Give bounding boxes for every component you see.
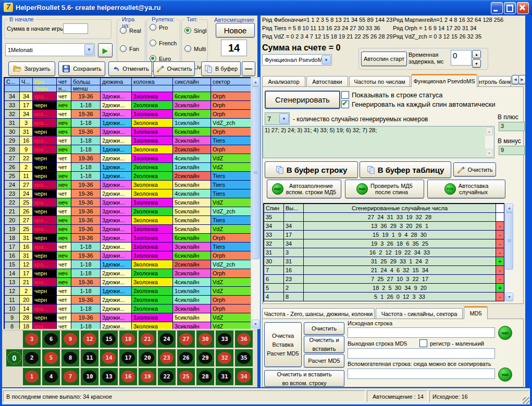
board-cell-14[interactable]: 14 [100, 349, 118, 366]
generate-button[interactable]: Сгенерировать [265, 91, 340, 109]
history-header-cell[interactable]: Черн [33, 85, 57, 92]
history-header-cell[interactable]: н... [57, 85, 71, 92]
board-cell-31[interactable]: 31 [216, 368, 233, 385]
spins-row[interactable]: 323419 3 26 18 6 35 25- [264, 239, 504, 248]
history-row[interactable]: 2126чернчет19-363дюжи...2колонка5сиклайн… [5, 207, 251, 216]
history-row[interactable]: 3434кра...чет19-363дюжи...1колонка6сикла… [5, 92, 251, 101]
history-scrollbar[interactable]: ▲ ▼ [251, 77, 260, 329]
checkbox-icon[interactable] [419, 339, 427, 347]
history-row[interactable]: 122чернчет1-181дюжи...2колонка1сиклайнVd… [5, 287, 251, 296]
history-row[interactable]: 2916кра...чет1-182дюжи...1колонка3сиклай… [5, 136, 251, 145]
board-cell-8[interactable]: 8 [61, 349, 79, 366]
radio-icon[interactable] [120, 45, 127, 52]
history-row[interactable]: 818кра...чет1-182дюжи...3колонка3сиклайн… [5, 322, 251, 330]
radio-icon[interactable] [184, 27, 191, 34]
board-cell-22[interactable]: 22 [158, 368, 176, 385]
radio-icon[interactable] [150, 24, 156, 31]
history-row[interactable]: 1831черннеч19-363дюжи...1колонка6сиклайн… [5, 234, 251, 243]
spins-row[interactable]: 485 1 26 0 12 3 33- [264, 293, 504, 301]
autobet-random-button[interactable]: ГСЧ Автоставкаслучайных [427, 180, 505, 198]
history-row[interactable]: 2324чернчет19-362дюжи...3колонка4сиклайн… [5, 189, 251, 198]
chevron-down-icon[interactable]: ▼ [321, 55, 331, 65]
close-button[interactable] [517, 2, 529, 14]
history-row[interactable]: 928чернчет19-363дюжи...1колонка5сиклайнV… [5, 313, 251, 322]
history-row[interactable]: 313кра...неч1-181дюжи...3колонка1сиклайн… [5, 119, 251, 128]
scroll-up-icon[interactable]: ▲ [486, 127, 493, 135]
history-row[interactable]: 1631черннеч19-363дюжи...1колонка6сиклайн… [5, 251, 251, 260]
board-cell-26[interactable]: 26 [177, 349, 195, 366]
out-string-input[interactable] [348, 348, 495, 359]
board-cell-33[interactable]: 33 [216, 331, 233, 348]
clear-gen-button[interactable]: Очистить [453, 162, 496, 176]
history-row[interactable]: 262чернчет1-181дюжи...2колонка1сиклайнVd… [5, 163, 251, 172]
tab-автоставки[interactable]: Автоставки [306, 76, 348, 87]
history-row[interactable]: 2225кра...неч19-363дюжи...1колонка5сикла… [5, 198, 251, 207]
history-header-cell[interactable] [5, 85, 20, 92]
board-cell-7[interactable]: 7 [61, 368, 79, 385]
radio-option-fan[interactable]: Fan [120, 45, 147, 52]
md5-big-button[interactable]: ОчисткаВставкаРасчет MD5 [264, 322, 302, 367]
board-cell-23[interactable]: 23 [158, 349, 176, 366]
md5-clear-paste-button[interactable]: Очистить ивставить [304, 336, 344, 353]
scroll-up-icon[interactable]: ▲ [505, 204, 513, 212]
history-header-cell[interactable] [132, 85, 173, 92]
tab-контроль-банкро[interactable]: Контроль банкро [478, 76, 511, 87]
board-cell-27[interactable]: 27 [177, 331, 195, 348]
history-header-cell[interactable] [173, 85, 211, 92]
scroll-down-icon[interactable]: ▼ [505, 293, 513, 301]
board-cell-10[interactable]: 10 [81, 368, 98, 385]
board-cell-18[interactable]: 18 [119, 331, 137, 348]
board-cell-35[interactable]: 35 [235, 349, 253, 366]
board-cell-zero[interactable]: 0 [6, 349, 22, 366]
md5-clear-paste-aux-button[interactable]: Очистить и вставитьво вспом. строку [264, 370, 344, 387]
preset-combo[interactable]: 1Melonati ▼ [5, 43, 95, 56]
undo-button[interactable]: Отменить [108, 61, 152, 76]
history-row[interactable]: 1120чернчет19-362дюжи...2колонка4сиклайн… [5, 296, 251, 304]
history-header-cell[interactable]: менш [71, 85, 101, 92]
spins-row[interactable]: 71621 24 4 6 32 15 34- [264, 266, 504, 275]
spins-row[interactable]: 303131 25 29 33 1 24 2+ [264, 257, 504, 266]
history-header-cell[interactable] [20, 85, 33, 92]
clear-button[interactable]: Очистить [153, 61, 195, 76]
collapse-button[interactable]: — [242, 61, 255, 76]
tab-частота-zero-шансы-дюжины-колонки[interactable]: Частота - Zero, шансы, дюжины, колонки [262, 308, 375, 319]
radio-option-pro[interactable]: Pro [150, 24, 182, 31]
minimize-button[interactable] [491, 2, 503, 14]
textarea-scrollbar[interactable]: ▲ ▼ [485, 127, 493, 157]
checkbox-icon[interactable] [341, 91, 349, 99]
board-cell-34[interactable]: 34 [235, 368, 253, 385]
checkbox-auto-generate[interactable]: Генерировать на каждый спин автоматическ… [341, 100, 496, 108]
start-sum-input[interactable] [63, 23, 88, 34]
history-header-cell[interactable]: С... [5, 78, 20, 85]
check-md5-button[interactable]: МД5 Проверить МД5после спина [345, 180, 424, 198]
history-row[interactable]: 1512кра...чет1-181дюжи...3колонка2сиклай… [5, 260, 251, 269]
tab-частоты-по-числам[interactable]: Частоты по числам [349, 76, 410, 87]
new-button[interactable]: Новое [216, 23, 255, 37]
history-header-cell[interactable]: Кра... [33, 78, 57, 85]
history-header-cell[interactable]: сектор [211, 78, 251, 85]
md5-icon-button[interactable]: МД5 [498, 326, 512, 340]
board-cell-6[interactable]: 6 [42, 331, 60, 348]
tab-scroll-right-icon[interactable]: ▶ [518, 75, 526, 84]
case-checkbox[interactable]: регистр - маленький [419, 339, 484, 347]
chevron-down-icon[interactable]: ▼ [84, 44, 94, 55]
board-cell-32[interactable]: 32 [216, 349, 233, 366]
history-row[interactable]: 3317черннеч1-182дюжи...2колонка3сиклайнO… [5, 101, 251, 110]
board-cell-9[interactable]: 9 [61, 331, 79, 348]
resize-grip[interactable] [523, 397, 529, 404]
checkbox-icon[interactable] [341, 100, 349, 108]
board-cell-11[interactable]: 11 [81, 349, 98, 366]
play-button[interactable]: ▶ [98, 43, 113, 57]
history-row[interactable]: 2722чернчет19-362дюжи...1колонка4сиклайн… [5, 154, 251, 163]
count-combo[interactable]: 7 ▼ [265, 112, 290, 125]
radio-option-singl[interactable]: Singl [184, 27, 210, 34]
board-cell-30[interactable]: 30 [196, 331, 214, 348]
history-header-cell[interactable] [211, 85, 251, 92]
save-button[interactable]: Сохранить [58, 61, 105, 76]
history-row[interactable]: 2027кра...неч19-363дюжи...3колонка5сикла… [5, 216, 251, 225]
history-row[interactable]: 2427кра...неч19-363дюжи...3колонка5сикла… [5, 181, 251, 189]
history-row[interactable]: 1014кра...чет1-182дюжи...2колонка3сиклай… [5, 304, 251, 313]
spin-down-icon[interactable]: ▼ [472, 59, 481, 68]
history-header-cell[interactable]: дюжина [101, 78, 132, 85]
spins-header-cell[interactable]: Вы... [284, 204, 304, 213]
